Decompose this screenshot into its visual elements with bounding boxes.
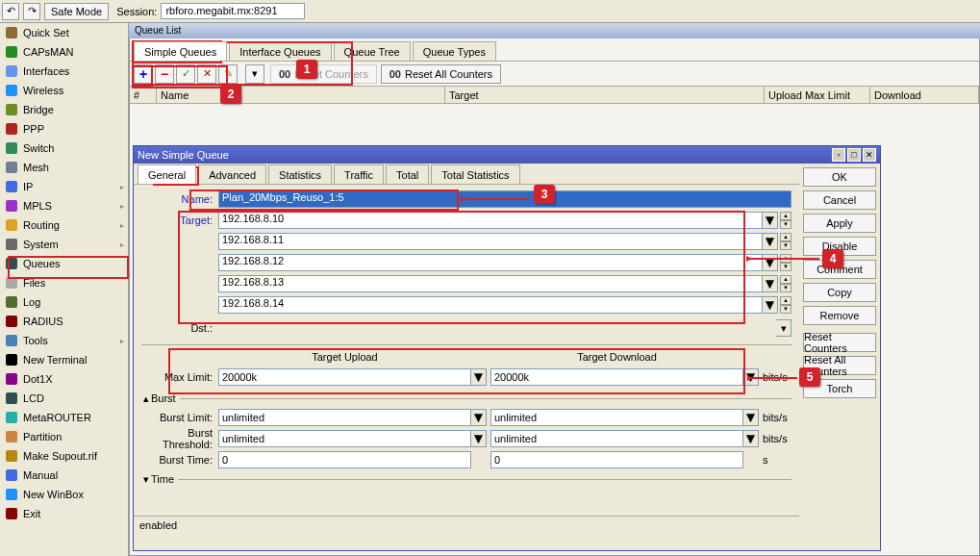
dialog-max-button[interactable]: □ [847,148,861,162]
col-download-max[interactable]: Download [870,87,979,103]
target-input-1[interactable]: 192.168.8.11 [218,233,763,250]
max-limit-download-input[interactable]: 20000k [490,368,743,386]
tab-queue-types[interactable]: Queue Types [413,41,496,61]
target-updown-0[interactable]: ▲▼ [780,212,792,229]
sidebar-item-quick-set[interactable]: Quick Set [0,23,128,42]
max-limit-download-dropdown[interactable]: ⯆ [743,368,759,386]
reset-counters-button[interactable]: 00Reset Counters [270,64,377,84]
dialog-titlebar[interactable]: New Simple Queue ▫ □ ✕ [134,146,880,164]
sidebar-item-metarouter[interactable]: MetaROUTER [0,408,128,427]
max-limit-upload-dropdown[interactable]: ⯆ [471,368,487,386]
target-dropdown-0[interactable]: ⯆ [763,212,778,229]
dialog-close-button[interactable]: ✕ [863,148,876,162]
target-dropdown-3[interactable]: ⯆ [763,275,778,292]
dialog-min-button[interactable]: ▫ [832,148,845,162]
sidebar-item-routing[interactable]: Routing▸ [0,215,128,235]
sidebar-item-mesh[interactable]: Mesh [0,158,128,177]
sidebar-item-new-winbox[interactable]: New WinBox [0,485,128,504]
menu-icon [4,314,19,329]
target-input-3[interactable]: 192.168.8.13 [218,275,763,292]
svg-rect-9 [6,200,17,212]
sidebar-item-manual[interactable]: Manual [0,466,128,485]
safe-mode-button[interactable]: Safe Mode [44,3,109,20]
col-name[interactable]: Name [157,87,445,103]
add-button[interactable]: + [134,64,153,84]
sidebar-item-system[interactable]: System▸ [0,235,128,254]
sidebar-item-tools[interactable]: Tools▸ [0,331,128,350]
target-updown-4[interactable]: ▲▼ [780,296,792,314]
burst-limit-up-dd[interactable]: ⯆ [471,409,487,426]
sidebar-item-partition[interactable]: Partition [0,427,128,446]
sidebar-item-label: Mesh [23,162,49,173]
sidebar-item-bridge[interactable]: Bridge [0,100,128,119]
burst-time-down-input[interactable]: 0 [490,451,743,468]
sidebar-item-log[interactable]: Log [0,292,128,312]
dst-dropdown[interactable]: ▾ [776,319,792,337]
burst-toggle[interactable]: ▴ [141,392,151,405]
tab-simple-queues[interactable]: Simple Queues [134,41,227,61]
sidebar-item-mpls[interactable]: MPLS▸ [0,196,128,215]
enable-button[interactable]: ✓ [176,64,195,84]
filter-button[interactable]: ▾ [245,64,264,84]
target-updown-1[interactable]: ▲▼ [780,233,792,250]
undo-button[interactable]: ↶ [2,3,19,20]
target-updown-3[interactable]: ▲▼ [780,275,792,292]
sidebar-item-label: CAPsMAN [23,46,74,58]
burst-thr-down-dd[interactable]: ⯆ [743,430,759,447]
sidebar-item-switch[interactable]: Switch [0,139,128,158]
target-input-0[interactable]: 192.168.8.10 [218,212,763,229]
dialog-tab-advanced[interactable]: Advanced [198,164,266,184]
target-input-4[interactable]: 192.168.8.14 [218,296,763,314]
dialog-tab-total[interactable]: Total [386,164,429,184]
burst-thr-down-input[interactable]: unlimited [490,430,743,447]
sidebar-item-capsman[interactable]: CAPsMAN [0,42,128,62]
target-updown-2[interactable]: ▲▼ [780,254,792,271]
sidebar-item-wireless[interactable]: Wireless [0,81,128,100]
sidebar-item-ppp[interactable]: PPP [0,119,128,139]
dialog-cancel-button[interactable]: Cancel [803,190,876,210]
dialog-tab-total-statistics[interactable]: Total Statistics [431,164,519,184]
burst-thr-up-input[interactable]: unlimited [218,430,471,447]
tab-queue-tree[interactable]: Queue Tree [334,41,411,61]
sidebar-item-new-terminal[interactable]: New Terminal [0,350,128,369]
dialog-remove-button[interactable]: Remove [803,306,876,325]
target-dropdown-2[interactable]: ⯆ [763,254,778,271]
sidebar-item-interfaces[interactable]: Interfaces [0,62,128,81]
sidebar-item-radius[interactable]: RADIUS [0,312,128,331]
dialog-tab-traffic[interactable]: Traffic [334,164,384,184]
sidebar-item-ip[interactable]: IP▸ [0,177,128,196]
remove-item-button[interactable]: − [155,64,174,84]
queue-list-toolbar: + − ✓ ✕ ✎ ▾ 00Reset Counters 00Reset All… [130,62,979,87]
sidebar-item-lcd[interactable]: LCD [0,389,128,408]
burst-limit-down-dd[interactable]: ⯆ [743,409,759,426]
tab-interface-queues[interactable]: Interface Queues [229,41,331,61]
col-number[interactable]: # [130,87,157,103]
max-limit-upload-input[interactable]: 20000k [218,368,471,386]
target-input-2[interactable]: 192.168.8.12 [218,254,763,271]
dialog-tab-general[interactable]: General [138,164,196,184]
burst-thr-up-dd[interactable]: ⯆ [471,430,487,447]
dialog-reset-counters-button[interactable]: Reset Counters [803,333,876,352]
burst-limit-up-input[interactable]: unlimited [218,409,471,426]
comment-button[interactable]: ✎ [218,64,238,84]
sidebar-item-dot1x[interactable]: Dot1X [0,369,128,389]
dialog-apply-button[interactable]: Apply [803,214,876,233]
disable-button[interactable]: ✕ [197,64,216,84]
dialog-tab-statistics[interactable]: Statistics [268,164,332,184]
time-toggle[interactable]: ▾ [141,473,151,486]
col-target[interactable]: Target [445,87,765,103]
dialog-ok-button[interactable]: OK [803,167,876,187]
sidebar-item-exit[interactable]: Exit [0,504,128,523]
burst-time-up-input[interactable]: 0 [218,451,471,468]
name-input[interactable]: Plan_20Mbps_Reuso_1:5 [218,190,792,208]
reset-all-counters-button[interactable]: 00Reset All Counters [381,64,501,84]
svg-rect-11 [6,239,17,250]
redo-button[interactable]: ↷ [23,3,40,20]
target-dropdown-4[interactable]: ⯆ [763,296,778,314]
dialog-copy-button[interactable]: Copy [803,283,876,302]
col-upload-max[interactable]: Upload Max Limit [765,87,870,103]
target-dropdown-1[interactable]: ⯆ [763,233,778,250]
sidebar-item-make-supout-rif[interactable]: Make Supout.rif [0,446,128,466]
burst-limit-down-input[interactable]: unlimited [490,409,743,426]
session-value: rbforo.megabit.mx:8291 [161,3,305,19]
